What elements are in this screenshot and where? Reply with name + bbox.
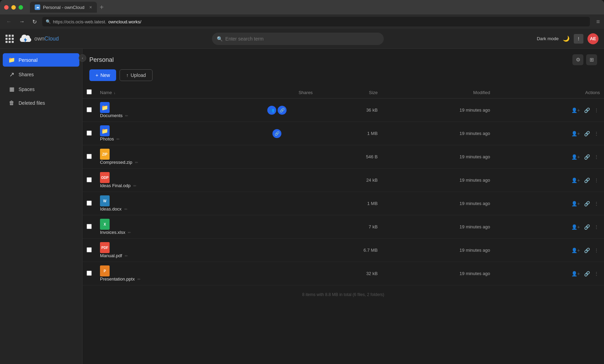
logo[interactable]: ownCloud [19,34,59,44]
file-name[interactable]: Ideas.docx [100,206,122,212]
file-name[interactable]: Photos [100,136,114,141]
upload-button-label: Upload [131,72,146,78]
app-container: ownCloud 🔍 Dark mode 🌙 ! AE ‹ 📁 Personal [0,29,604,364]
tab-favicon: ☁ [35,4,40,10]
file-name[interactable]: Invoices.xlsx [100,230,125,235]
rename-icon[interactable]: ✏ [133,184,136,188]
cloud-logo-icon [19,34,32,44]
new-button[interactable]: + New [89,69,116,81]
share-badge-link[interactable]: 🔗 [278,106,287,115]
rename-icon[interactable]: ✏ [125,254,128,258]
more-options-icon[interactable]: ⋮ [593,223,600,231]
fullscreen-button[interactable] [19,5,23,10]
table-row: 📁 Photos ✏ 🔗 1 MB 19 minutes ago 👤+ 🔗 ⋮ [82,122,604,145]
share-user-icon[interactable]: 👤+ [570,200,581,207]
search-icon: 🔍 [217,36,223,42]
view-toggle-button[interactable]: ⊞ [586,54,597,65]
row-checkbox-cell [82,122,96,145]
share-user-icon[interactable]: 👤+ [570,153,581,161]
row-actions-cell: 👤+ 🔗 ⋮ [494,122,604,145]
share-link-icon[interactable]: 🔗 [583,223,591,231]
rename-icon[interactable]: ✏ [135,160,138,164]
sidebar-item-shares[interactable]: ↗ Shares [3,67,79,82]
upload-button[interactable]: ↑ Upload [120,69,152,81]
close-button[interactable] [4,5,9,10]
notifications-button[interactable]: ! [574,34,583,44]
share-link-icon[interactable]: 🔗 [583,130,591,137]
forward-button[interactable]: → [17,17,27,26]
reload-button[interactable]: ↻ [30,17,39,26]
share-user-icon[interactable]: 👤+ [570,177,581,184]
file-name[interactable]: Compressed.zip [100,160,132,165]
tab-close-button[interactable]: × [89,4,92,10]
browser-menu-button[interactable]: ≡ [596,18,600,25]
sidebar-collapse-button[interactable]: ‹ [79,54,86,62]
share-link-icon[interactable]: 🔗 [583,200,591,207]
share-user-icon[interactable]: 👤+ [570,106,581,114]
file-name[interactable]: Documents [100,113,123,118]
th-modified[interactable]: Modified [382,87,494,99]
row-size-cell: 7 kB [317,215,382,239]
share-link-icon[interactable]: 🔗 [583,106,591,114]
row-shares-cell: 🔗 [237,122,317,145]
minimize-button[interactable] [11,5,16,10]
sidebar-item-deleted[interactable]: 🗑 Deleted files [3,96,79,110]
search-box[interactable]: 🔍 [212,33,384,45]
apps-grid-button[interactable] [5,35,14,43]
file-name[interactable]: Manual.pdf [100,253,122,258]
row-shares-cell: 👥🔗 [237,99,317,122]
row-checkbox[interactable] [87,201,92,206]
share-badge-people[interactable]: 👥 [267,106,276,115]
share-badge-link[interactable]: 🔗 [272,129,281,138]
dark-mode-toggle[interactable]: 🌙 [563,35,570,42]
new-button-label: New [100,72,110,78]
row-shares-cell [237,145,317,169]
user-avatar[interactable]: AE [588,33,599,44]
share-link-icon[interactable]: 🔗 [583,247,591,254]
rename-icon[interactable]: ✏ [116,137,120,141]
share-user-icon[interactable]: 👤+ [570,223,581,231]
rename-icon[interactable]: ✏ [124,207,127,211]
back-button[interactable]: ← [4,17,14,26]
file-name[interactable]: Presentation.pptx [100,276,135,282]
settings-button[interactable]: ⚙ [572,54,583,65]
more-options-icon[interactable]: ⋮ [593,177,600,184]
rename-icon[interactable]: ✏ [125,114,128,118]
share-user-icon[interactable]: 👤+ [570,130,581,137]
more-options-icon[interactable]: ⋮ [593,270,600,277]
select-all-checkbox[interactable] [87,89,92,94]
more-options-icon[interactable]: ⋮ [593,247,600,254]
address-bar[interactable]: 🔍 https://ocis.ocis-web.latest.owncloud.… [42,17,590,26]
row-checkbox[interactable] [87,224,92,229]
rename-icon[interactable]: ✏ [137,277,141,281]
sidebar-item-spaces[interactable]: ▦ Spaces [3,82,79,96]
share-user-icon[interactable]: 👤+ [570,270,581,277]
new-tab-button[interactable]: + [100,3,104,11]
row-shares-cell [237,169,317,192]
more-options-icon[interactable]: ⋮ [593,106,600,114]
sidebar-item-personal[interactable]: 📁 Personal [3,53,79,67]
rename-icon[interactable]: ✏ [128,230,131,235]
share-link-icon[interactable]: 🔗 [583,177,591,184]
th-size[interactable]: Size [317,87,382,99]
share-link-icon[interactable]: 🔗 [583,270,591,277]
row-checkbox[interactable] [87,247,92,252]
more-options-icon[interactable]: ⋮ [593,153,600,161]
row-shares-cell [237,215,317,239]
share-user-icon[interactable]: 👤+ [570,247,581,254]
more-options-icon[interactable]: ⋮ [593,200,600,207]
browser-tab-personal[interactable]: ☁ Personal - ownCloud × [30,2,97,13]
search-input[interactable] [225,36,379,42]
share-link-icon[interactable]: 🔗 [583,153,591,161]
th-name[interactable]: Name ↓ [96,87,237,99]
row-checkbox[interactable] [87,271,92,276]
row-modified-cell: 19 minutes ago [382,122,494,145]
row-checkbox[interactable] [87,107,92,112]
address-search-icon: 🔍 [46,19,51,24]
row-checkbox[interactable] [87,130,92,136]
row-name-cell: PDF Manual.pdf ✏ [96,239,237,262]
more-options-icon[interactable]: ⋮ [593,130,600,137]
row-checkbox[interactable] [87,154,92,159]
row-checkbox[interactable] [87,177,92,182]
file-name[interactable]: Ideas Final.odp [100,183,131,188]
